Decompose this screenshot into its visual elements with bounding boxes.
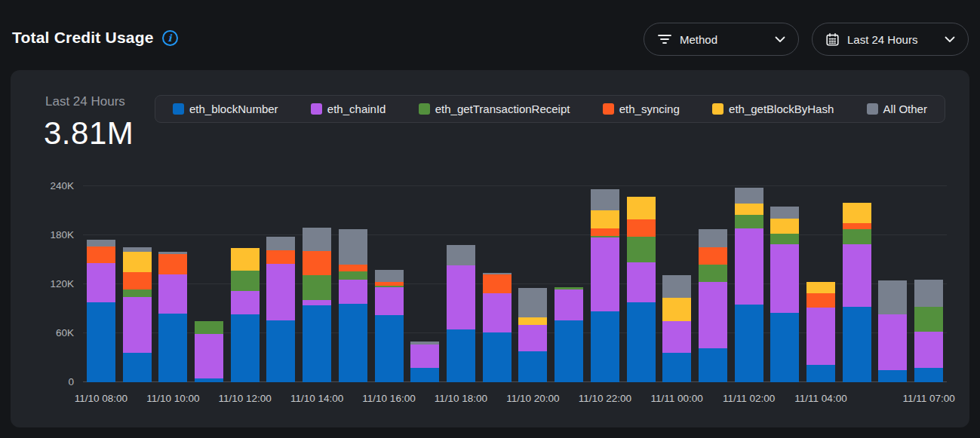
bar-segment-eth-getblockbyhash[interactable]: [735, 204, 763, 215]
bar-segment-eth-syncing[interactable]: [158, 254, 187, 274]
bar-11-11-00-00[interactable]: [662, 275, 691, 382]
bar-segment-eth-chainid[interactable]: [843, 244, 871, 307]
bar-segment-eth-gettransactionreceipt[interactable]: [843, 229, 871, 244]
bar-segment-eth-blocknumber[interactable]: [339, 304, 367, 382]
bar-segment-eth-syncing[interactable]: [339, 265, 367, 271]
bar-segment-eth-getblockbyhash[interactable]: [123, 252, 152, 272]
bar-11-10-13-00[interactable]: [266, 237, 295, 382]
bar-segment-eth-chainid[interactable]: [878, 314, 907, 370]
bar-11-10-10-00[interactable]: [158, 252, 187, 382]
bar-segment-eth-chainid[interactable]: [483, 293, 512, 332]
bar-segment-eth-blocknumber[interactable]: [806, 365, 835, 382]
bar-segment-eth-syncing[interactable]: [123, 272, 152, 289]
legend-item-eth-syncing[interactable]: eth_syncing: [603, 103, 680, 115]
bar-11-11-05-00[interactable]: [843, 203, 871, 382]
bar-segment-all-other[interactable]: [662, 275, 691, 298]
bar-segment-eth-getblockbyhash[interactable]: [231, 248, 260, 270]
bar-segment-all-other[interactable]: [303, 228, 331, 250]
bar-segment-eth-blocknumber[interactable]: [662, 353, 691, 382]
bar-segment-eth-chainid[interactable]: [339, 280, 367, 305]
bar-segment-eth-chainid[interactable]: [699, 282, 727, 348]
bar-11-10-22-00[interactable]: [591, 189, 619, 382]
bar-segment-eth-blocknumber[interactable]: [410, 368, 439, 383]
bar-segment-eth-gettransactionreceipt[interactable]: [627, 237, 656, 262]
bar-segment-eth-chainid[interactable]: [410, 345, 439, 367]
bar-11-10-14-00[interactable]: [303, 228, 331, 382]
bar-segment-eth-gettransactionreceipt[interactable]: [231, 271, 260, 291]
bar-segment-eth-blocknumber[interactable]: [770, 313, 799, 382]
bar-segment-eth-getblockbyhash[interactable]: [518, 317, 547, 325]
method-filter-dropdown[interactable]: Method: [644, 23, 799, 56]
bar-segment-eth-chainid[interactable]: [518, 325, 547, 351]
bar-segment-all-other[interactable]: [914, 280, 943, 308]
bar-11-10-17-00[interactable]: [410, 342, 439, 382]
bar-segment-eth-getblockbyhash[interactable]: [806, 282, 835, 293]
bar-segment-eth-blocknumber[interactable]: [231, 314, 260, 382]
bar-segment-eth-gettransactionreceipt[interactable]: [735, 215, 763, 228]
bar-11-10-12-00[interactable]: [231, 248, 260, 382]
bar-segment-all-other[interactable]: [375, 270, 404, 282]
bar-segment-eth-getblockbyhash[interactable]: [662, 298, 691, 320]
bar-segment-eth-blocknumber[interactable]: [591, 311, 619, 382]
bar-segment-eth-chainid[interactable]: [591, 237, 619, 311]
bar-segment-eth-blocknumber[interactable]: [914, 368, 943, 383]
bar-segment-eth-blocknumber[interactable]: [627, 302, 656, 382]
legend-item-eth-gettransactionreceipt[interactable]: eth_getTransactionReceipt: [419, 103, 570, 115]
bar-segment-all-other[interactable]: [87, 240, 115, 247]
bar-11-10-20-00[interactable]: [518, 288, 547, 382]
bar-11-10-09-00[interactable]: [123, 247, 152, 382]
bar-segment-eth-blocknumber[interactable]: [87, 302, 115, 382]
legend-item-eth-blocknumber[interactable]: eth_blockNumber: [173, 103, 278, 115]
bar-11-11-02-00[interactable]: [735, 188, 763, 382]
bar-segment-eth-gettransactionreceipt[interactable]: [699, 265, 727, 282]
bar-segment-eth-chainid[interactable]: [662, 321, 691, 353]
legend-item-eth-getblockbyhash[interactable]: eth_getBlockByHash: [712, 103, 834, 115]
bar-segment-eth-blocknumber[interactable]: [483, 332, 512, 382]
bar-segment-eth-gettransactionreceipt[interactable]: [770, 234, 799, 244]
bar-segment-eth-blocknumber[interactable]: [878, 370, 907, 382]
bar-11-11-04-00[interactable]: [806, 282, 835, 382]
bar-segment-eth-syncing[interactable]: [843, 223, 871, 230]
bar-segment-eth-syncing[interactable]: [483, 274, 512, 293]
bar-segment-eth-syncing[interactable]: [266, 250, 295, 264]
bar-segment-eth-blocknumber[interactable]: [518, 351, 547, 382]
bar-segment-eth-blocknumber[interactable]: [375, 315, 404, 382]
bar-11-11-06-00[interactable]: [878, 280, 907, 382]
bar-segment-eth-getblockbyhash[interactable]: [770, 219, 799, 234]
bar-segment-eth-blocknumber[interactable]: [447, 329, 475, 382]
bar-11-11-07-00[interactable]: [914, 280, 943, 382]
info-icon[interactable]: i: [162, 30, 178, 46]
bar-segment-eth-chainid[interactable]: [914, 332, 943, 368]
bar-segment-all-other[interactable]: [591, 189, 619, 210]
bar-segment-all-other[interactable]: [339, 229, 367, 265]
bar-11-10-19-00[interactable]: [483, 273, 512, 382]
bar-segment-eth-gettransactionreceipt[interactable]: [195, 321, 223, 334]
bar-segment-eth-syncing[interactable]: [699, 247, 727, 265]
bar-segment-eth-blocknumber[interactable]: [699, 348, 727, 383]
time-range-dropdown[interactable]: Last 24 Hours: [812, 23, 969, 56]
bar-segment-eth-gettransactionreceipt[interactable]: [914, 307, 943, 332]
bar-segment-eth-blocknumber[interactable]: [843, 307, 871, 382]
bar-segment-all-other[interactable]: [266, 237, 295, 250]
bar-11-10-21-00[interactable]: [555, 287, 583, 382]
bar-11-10-16-00[interactable]: [375, 270, 404, 382]
bar-segment-eth-blocknumber[interactable]: [158, 314, 187, 382]
bar-segment-eth-getblockbyhash[interactable]: [591, 210, 619, 228]
bar-segment-eth-blocknumber[interactable]: [266, 320, 295, 382]
bar-segment-eth-blocknumber[interactable]: [303, 305, 331, 382]
bar-segment-eth-syncing[interactable]: [303, 251, 331, 276]
bar-11-10-15-00[interactable]: [339, 229, 367, 382]
bar-segment-all-other[interactable]: [447, 245, 475, 265]
bar-segment-eth-getblockbyhash[interactable]: [627, 197, 656, 219]
bar-segment-eth-blocknumber[interactable]: [555, 320, 583, 382]
bar-segment-eth-syncing[interactable]: [627, 219, 656, 237]
bar-segment-eth-chainid[interactable]: [447, 265, 475, 329]
bar-11-10-23-00[interactable]: [627, 197, 656, 382]
bar-segment-eth-syncing[interactable]: [806, 293, 835, 308]
bar-11-10-08-00[interactable]: [87, 240, 115, 382]
bar-segment-all-other[interactable]: [518, 288, 547, 317]
bar-segment-eth-chainid[interactable]: [87, 263, 115, 302]
bar-segment-eth-gettransactionreceipt[interactable]: [303, 275, 331, 300]
bar-segment-eth-gettransactionreceipt[interactable]: [339, 271, 367, 280]
bar-11-11-01-00[interactable]: [699, 229, 727, 382]
